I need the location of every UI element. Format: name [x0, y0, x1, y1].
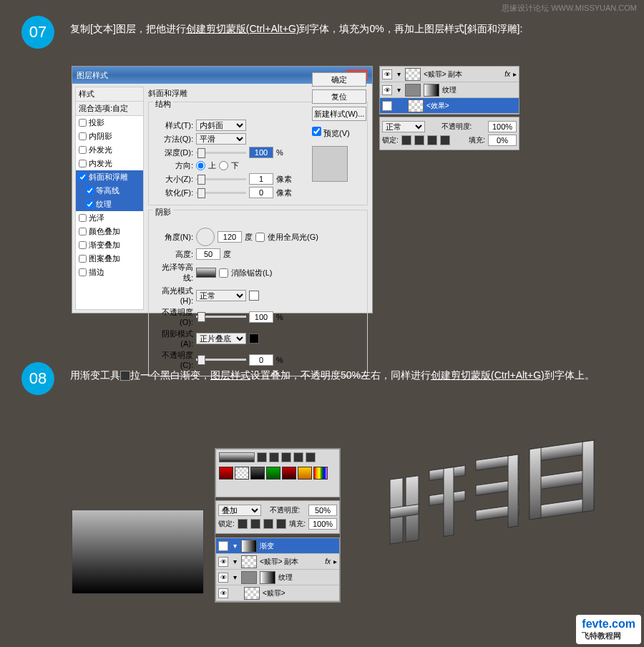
chk-dropshadow[interactable] — [79, 119, 87, 127]
shadow-color[interactable] — [249, 334, 259, 344]
fx-icon[interactable]: fx — [325, 558, 331, 565]
reflected-gradient-icon[interactable] — [293, 452, 303, 462]
style-coloroverlay[interactable]: 颜色叠加 — [76, 225, 143, 238]
lock-all-icon[interactable] — [440, 135, 450, 145]
eye-icon[interactable]: 👁 — [218, 541, 228, 551]
new-style-button[interactable]: 新建样式(W)... — [312, 107, 366, 121]
style-satin[interactable]: 光泽 — [76, 211, 143, 225]
eye-icon[interactable]: 👁 — [382, 85, 392, 95]
highlight-color[interactable] — [249, 291, 259, 301]
sh-opacity-slider[interactable] — [196, 359, 246, 361]
layer-thumb[interactable] — [405, 68, 421, 81]
altitude-input[interactable] — [196, 248, 220, 260]
gloss-contour[interactable] — [196, 268, 216, 278]
style-texture[interactable]: 纹理 — [76, 198, 143, 211]
opacity-input[interactable] — [488, 121, 517, 132]
layer-thumb[interactable] — [405, 84, 421, 97]
preset-orange[interactable] — [298, 467, 312, 480]
chk-texture[interactable] — [86, 200, 94, 208]
layer-row-texture[interactable]: 👁▾纹理 — [380, 82, 519, 98]
global-light-chk[interactable] — [255, 233, 265, 242]
layer-mask[interactable] — [424, 84, 439, 97]
lock-all-icon[interactable] — [276, 519, 286, 529]
preset-dark[interactable] — [250, 467, 265, 480]
fill-input[interactable] — [488, 135, 517, 146]
preset-darkred[interactable] — [282, 467, 296, 480]
layer-thumb[interactable] — [244, 587, 260, 600]
soften-slider[interactable] — [196, 192, 246, 194]
chk-gradoverlay[interactable] — [79, 241, 87, 249]
preset-rainbow[interactable] — [313, 467, 328, 480]
preset-transparent[interactable] — [235, 467, 249, 480]
antialias-chk[interactable] — [219, 268, 228, 278]
style-stroke[interactable]: 描边 — [76, 266, 143, 279]
lock-position-icon[interactable] — [427, 135, 437, 145]
chk-outerglow[interactable] — [79, 146, 87, 154]
preset-red[interactable] — [219, 467, 233, 480]
radial-gradient-icon[interactable] — [269, 452, 279, 462]
layer-mask[interactable] — [260, 571, 275, 584]
depth-slider[interactable] — [196, 152, 246, 154]
chk-stroke[interactable] — [79, 268, 87, 276]
depth-input[interactable] — [249, 147, 273, 158]
angle-gradient-icon[interactable] — [281, 452, 291, 462]
angle-wheel[interactable] — [196, 228, 215, 246]
style-dropshadow[interactable]: 投影 — [76, 116, 143, 130]
angle-input[interactable] — [218, 231, 242, 243]
lock-position-icon[interactable] — [263, 519, 273, 529]
dir-down-radio[interactable] — [219, 161, 228, 170]
ok-button[interactable]: 确定 — [312, 72, 366, 87]
layer-thumb[interactable] — [408, 99, 424, 112]
style-gradoverlay[interactable]: 渐变叠加 — [76, 238, 143, 252]
layer2-copy[interactable]: 👁▾<赎罪> 副本fx▸ — [216, 554, 339, 570]
chk-satin[interactable] — [79, 214, 87, 222]
size-input[interactable] — [249, 173, 273, 185]
style-select[interactable]: 内斜面 — [196, 120, 246, 131]
soften-input[interactable] — [249, 187, 273, 198]
opacity-input-2[interactable] — [308, 505, 337, 516]
linear-gradient-icon[interactable] — [257, 452, 267, 462]
layer-thumb[interactable] — [241, 555, 257, 568]
dir-up-radio[interactable] — [196, 161, 205, 170]
hl-opacity-input[interactable] — [249, 311, 273, 323]
lock-pixels-icon[interactable] — [414, 135, 424, 145]
blend-mode-select[interactable]: 正常 — [382, 121, 425, 132]
eye-icon[interactable]: 👁 — [218, 573, 228, 583]
style-contour[interactable]: 等高线 — [76, 184, 143, 198]
style-bevel[interactable]: 斜面和浮雕 — [76, 170, 143, 184]
method-select[interactable]: 平滑 — [196, 133, 246, 145]
gradient-preview[interactable] — [219, 452, 255, 462]
eye-icon[interactable]: 👁 — [382, 69, 392, 79]
layer2-texture[interactable]: 👁▾纹理 — [216, 570, 339, 585]
preview-chk[interactable] — [312, 127, 321, 136]
shadow-mode-select[interactable]: 正片叠底 — [196, 333, 246, 344]
eye-icon[interactable]: 👁 — [218, 557, 228, 567]
chk-innershadow[interactable] — [79, 132, 87, 140]
style-outerglow[interactable]: 外发光 — [76, 143, 143, 157]
chk-patternoverlay[interactable] — [79, 255, 87, 263]
chk-contour[interactable] — [86, 187, 94, 195]
layer2-base[interactable]: 👁<赎罪> — [216, 585, 339, 601]
styles-header[interactable]: 样式 — [76, 87, 143, 102]
chk-bevel[interactable] — [79, 173, 87, 181]
layer-thumb[interactable] — [241, 571, 257, 584]
fx-icon[interactable]: fx — [504, 70, 510, 78]
fill-input-2[interactable] — [308, 518, 337, 530]
hl-opacity-slider[interactable] — [196, 316, 246, 318]
diamond-gradient-icon[interactable] — [306, 452, 316, 462]
preset-green[interactable] — [266, 467, 280, 480]
style-innerglow[interactable]: 内发光 — [76, 157, 143, 170]
sh-opacity-input[interactable] — [249, 354, 273, 366]
layer2-gradient[interactable]: 👁▾渐变 — [216, 538, 339, 554]
size-slider[interactable] — [196, 178, 246, 180]
chk-innerglow[interactable] — [79, 160, 87, 167]
lock-pixels-icon[interactable] — [250, 519, 260, 529]
style-innershadow[interactable]: 内阴影 — [76, 130, 143, 143]
layer-thumb[interactable] — [241, 540, 257, 553]
cancel-button[interactable]: 复位 — [312, 89, 366, 104]
eye-icon[interactable]: 👁 — [382, 101, 392, 111]
layer-row-effect[interactable]: 👁<效果> — [380, 98, 519, 114]
highlight-select[interactable]: 正常 — [196, 290, 246, 301]
chk-coloroverlay[interactable] — [79, 228, 87, 235]
lock-transparency-icon[interactable] — [238, 519, 248, 529]
